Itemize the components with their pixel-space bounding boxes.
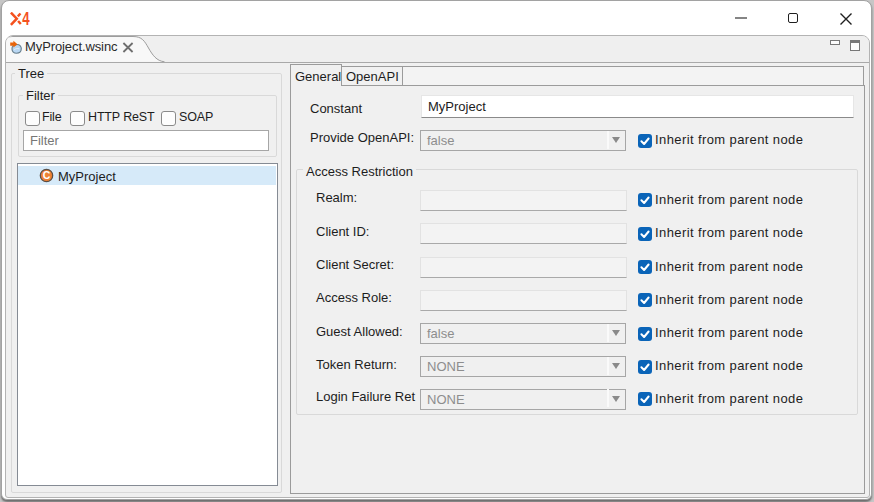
svg-text:4: 4 <box>22 12 30 26</box>
svg-text:C: C <box>43 169 51 181</box>
